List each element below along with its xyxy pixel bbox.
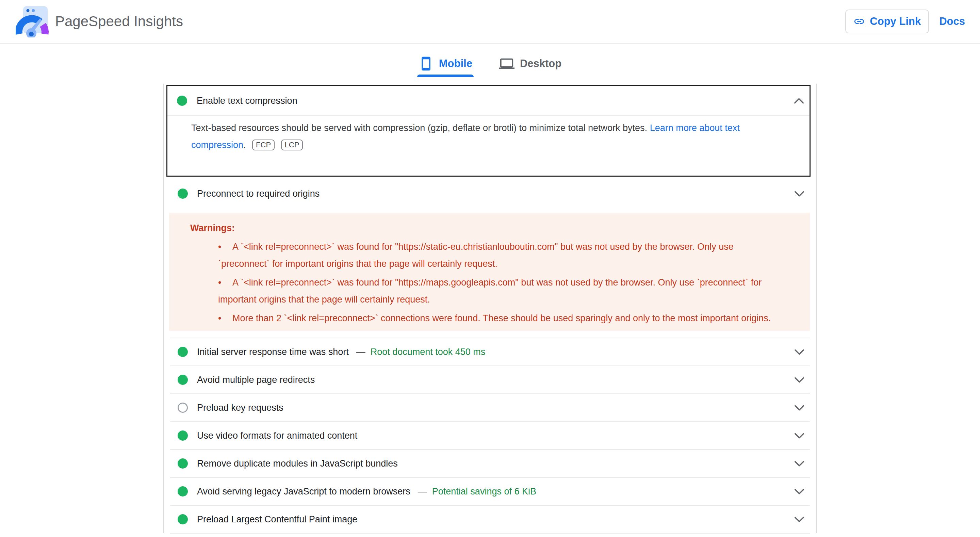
warnings-list: •A `<link rel=preconnect>` was found for… (190, 238, 786, 327)
audit-description: Text-based resources should be served wi… (167, 116, 800, 175)
audit-list: Initial server response time was short —… (170, 338, 810, 534)
warnings-heading: Warnings: (190, 220, 786, 236)
audit-title: Use video formats for animated content (197, 430, 357, 441)
audit-title: Preload key requests (197, 403, 283, 413)
copy-link-button[interactable]: Copy Link (845, 10, 929, 33)
bullet-marker: • (218, 310, 232, 327)
brand: PageSpeed Insights (16, 5, 183, 37)
status-dot-pass (178, 347, 188, 357)
annotation-dash: — (356, 347, 366, 357)
audit-enable-text-compression: Enable text compression Text-based resou… (166, 85, 811, 177)
chevron-down-icon[interactable] (794, 191, 804, 197)
status-dot-pass (178, 458, 188, 468)
audit-title: Avoid serving legacy JavaScript to moder… (197, 486, 410, 497)
audit-row[interactable]: Avoid serving legacy JavaScript to moder… (170, 477, 810, 505)
warning-item: •More than 2 `<link rel=preconnect>` con… (218, 310, 786, 327)
description-text: Text-based resources should be served wi… (191, 123, 647, 133)
tab-desktop[interactable]: Desktop (498, 54, 563, 77)
audit-title: Preload Largest Contentful Paint image (197, 514, 357, 525)
audit-title: Initial server response time was short (197, 347, 349, 357)
audit-title: Remove duplicate modules in JavaScript b… (197, 458, 398, 469)
laptop-icon (499, 56, 514, 72)
status-dot-pass (178, 188, 188, 199)
tab-mobile[interactable]: Mobile (417, 54, 474, 77)
audit-title: Avoid multiple page redirects (197, 374, 315, 385)
status-dot-pass (178, 514, 188, 524)
bullet-marker: • (218, 238, 232, 255)
warning-item: •A `<link rel=preconnect>` was found for… (218, 274, 786, 308)
description-period: . (243, 140, 246, 150)
app-header: PageSpeed Insights Copy Link Docs (0, 0, 980, 43)
audit-preconnect-row[interactable]: Preconnect to required origins (170, 179, 810, 208)
audit-row[interactable]: Preload Largest Contentful Paint image (170, 505, 810, 533)
bullet-marker: • (218, 274, 232, 291)
page-title: PageSpeed Insights (55, 13, 183, 30)
tab-mobile-label: Mobile (439, 57, 472, 70)
audit-header-row[interactable]: Enable text compression (167, 86, 810, 116)
audit-title: Enable text compression (197, 96, 298, 106)
status-dot-pass (178, 374, 188, 385)
audits-card: Enable text compression Text-based resou… (163, 84, 817, 533)
header-actions: Copy Link Docs (845, 10, 965, 33)
status-dot-pass (178, 430, 188, 441)
pagespeed-logo-icon (16, 5, 50, 37)
chevron-down-icon[interactable] (794, 349, 804, 355)
status-dot-pass (178, 486, 188, 497)
warning-item: •A `<link rel=preconnect>` was found for… (218, 238, 786, 272)
annotation-dash: — (418, 486, 427, 497)
chevron-up-icon[interactable] (794, 98, 804, 104)
audit-row[interactable]: Preload key requests (170, 394, 810, 421)
warnings-box: Warnings: •A `<link rel=preconnect>` was… (169, 213, 810, 331)
active-tab-underline (417, 75, 474, 77)
metric-chip-fcp: FCP (252, 140, 275, 150)
audit-row[interactable]: Use video formats for animated content (170, 421, 810, 449)
chevron-down-icon[interactable] (794, 461, 804, 467)
chevron-down-icon[interactable] (794, 377, 804, 383)
tab-desktop-label: Desktop (520, 57, 562, 70)
chevron-down-icon[interactable] (794, 405, 804, 411)
audit-annotation: Potential savings of 6 KiB (432, 486, 536, 497)
audit-title: Preconnect to required origins (197, 188, 320, 199)
copy-link-label: Copy Link (870, 15, 921, 27)
chevron-down-icon[interactable] (794, 433, 804, 439)
metric-chip-lcp: LCP (281, 140, 303, 150)
status-dot-pass (177, 96, 187, 106)
audit-row[interactable]: Remove duplicate modules in JavaScript b… (170, 449, 810, 477)
chevron-down-icon[interactable] (794, 516, 804, 523)
audit-annotation: Root document took 450 ms (371, 347, 485, 357)
link-icon (853, 16, 865, 27)
device-tabs: Mobile Desktop (0, 54, 980, 77)
audit-row[interactable]: Initial server response time was short —… (170, 338, 810, 365)
docs-link[interactable]: Docs (939, 15, 965, 27)
chevron-down-icon[interactable] (794, 489, 804, 494)
audit-row[interactable]: Avoid multiple page redirects (170, 365, 810, 394)
status-dot-neutral (178, 403, 188, 413)
smartphone-icon (418, 56, 434, 71)
